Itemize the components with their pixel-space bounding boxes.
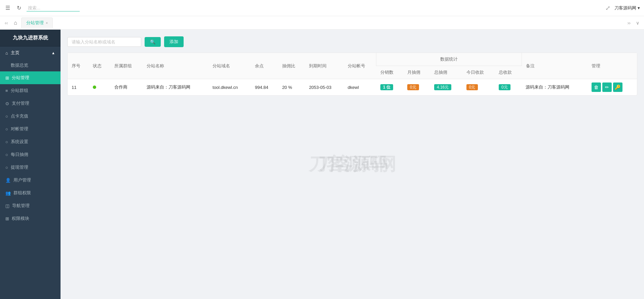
cell-monthly-commission: 0元 [403,79,430,96]
group-perms-label: 群组权限 [13,190,31,196]
user-info[interactable]: 刀客源码网 ▾ [614,5,640,11]
sidebar-item-branch-mgmt[interactable]: ⊞ 分站管理 [0,71,61,84]
withdraw-mgmt-icon: ○ [5,165,8,170]
sidebar-item-withdraw-mgmt[interactable]: ○ 提现管理 [0,161,61,174]
sidebar-item-perms-module[interactable]: ⊞ 权限模块 [0,212,61,225]
withdraw-mgmt-label: 提现管理 [11,164,28,170]
tabs-dropdown-button[interactable]: ∨ [634,19,641,27]
sidebar-item-point-recharge[interactable]: ○ 点卡充值 [0,110,61,123]
expand-button[interactable]: ⤢ [604,3,612,13]
home-arrow-icon: ▲ [51,51,55,55]
main-layout: 九块九进群系统 ⌂ 主页 ▲ 数据总览 ⊞ 分站管理 ≡ 分站群组 ⊙ 支付管理… [0,30,644,299]
refresh-icon: ↻ [17,5,21,11]
cell-actions: 🗑 ✏ 🔑 [588,79,637,96]
action-buttons: 🗑 ✏ 🔑 [592,82,633,92]
tab-close-icon[interactable]: × [46,21,48,25]
cell-commission-ratio: 20 % [278,79,305,96]
top-bar-right: ⤢ 刀客源码网 ▾ [604,3,640,13]
delete-button[interactable]: 🗑 [592,82,601,92]
tab-branch-mgmt-label: 分站管理 [26,20,44,26]
system-settings-label: 系统设置 [11,139,28,145]
top-search-area [27,5,80,11]
top-bar: ☰ ↻ ⤢ 刀客源码网 ▾ [0,0,644,16]
cell-remarks: 源码来自：刀客源码网 [522,79,588,96]
th-total-commission: 总抽佣 [430,66,462,79]
watermark-1: 刀客源码网 [309,153,396,176]
cell-account: dkewl [344,79,376,96]
home-icon: ⌂ [14,20,17,26]
cell-total-revenue: 0元 [495,79,522,96]
system-settings-icon: ○ [5,139,8,144]
expand-icon: ⤢ [605,4,610,12]
sidebar-item-user-mgmt[interactable]: 👤 用户管理 [0,174,61,187]
th-status: 状态 [89,53,110,79]
branch-group-icon: ≡ [5,88,8,93]
th-group: 所属群组 [110,53,143,79]
page-search-bar: 🔍 添加 [67,36,637,47]
sidebar-item-daily-draw[interactable]: ○ 每日抽佣 [0,148,61,161]
search-button[interactable]: 🔍 [145,37,161,47]
watermark-2: 刀客源码 [317,153,387,176]
sidebar-item-branch-group[interactable]: ≡ 分站群组 [0,84,61,97]
branch-search-input[interactable] [67,37,141,47]
content-area: 🔍 添加 序号 状态 所属群组 分站名称 分站域名 [61,30,644,102]
nav-mgmt-icon: ◫ [5,203,9,208]
cell-points: 994.84 [251,79,278,96]
refresh-button[interactable]: ↻ [15,3,23,12]
point-recharge-label: 点卡充值 [11,113,28,119]
tabs-right-controls: ›› ∨ [626,19,641,27]
user-dropdown-icon: ▾ [638,5,640,10]
th-expire: 到期时间 [305,53,344,79]
username-label: 刀客源码网 [614,5,636,11]
top-bar-left: ☰ ↻ [4,3,600,12]
tab-branch-mgmt[interactable]: 分站管理 × [21,18,53,28]
th-account: 分站帐号 [344,53,376,79]
sidebar-item-account-mgmt[interactable]: ○ 对帐管理 [0,123,61,135]
home-nav-icon: ⌂ [5,51,8,56]
branch-table: 序号 状态 所属群组 分站名称 分站域名 余点 抽佣比 到期时间 分站帐号 数据… [68,53,637,95]
cell-distributor-count: 1 位 [376,79,403,96]
payment-mgmt-icon: ⊙ [5,101,9,106]
perms-module-label: 权限模块 [12,215,29,222]
table-header-row-1: 序号 状态 所属群组 分站名称 分站域名 余点 抽佣比 到期时间 分站帐号 数据… [68,53,637,66]
user-mgmt-icon: 👤 [5,178,11,183]
sidebar-home-label: 主页 [11,50,20,56]
branch-group-label: 分站群组 [11,88,28,94]
menu-icon: ☰ [5,5,10,11]
content-wrapper: 🔍 添加 序号 状态 所属群组 分站名称 分站域名 [61,30,644,299]
cell-status [89,79,110,96]
th-distributor-count: 分销数 [376,66,403,79]
daily-draw-icon: ○ [5,152,8,157]
tabs-nav-right-button[interactable]: ›› [626,19,633,27]
total-revenue-badge: 0元 [499,84,510,90]
th-name: 分站名称 [143,53,209,79]
sidebar-item-home[interactable]: ⌂ 主页 ▲ [0,46,61,59]
point-recharge-icon: ○ [5,114,8,119]
th-domain: 分站域名 [209,53,251,79]
payment-mgmt-label: 支付管理 [12,100,29,106]
home-tab-button[interactable]: ⌂ [11,19,20,27]
sidebar-item-nav-mgmt[interactable]: ◫ 导航管理 [0,199,61,212]
sidebar-item-group-perms[interactable]: 👥 群组权限 [0,187,61,199]
add-button[interactable]: 添加 [164,36,184,47]
edit-button[interactable]: ✏ [602,82,612,92]
cell-group: 合作商 [110,79,143,96]
sidebar-item-data-overview[interactable]: 数据总览 [0,59,61,71]
cell-today-revenue: 0元 [462,79,495,96]
sidebar: 九块九进群系统 ⌂ 主页 ▲ 数据总览 ⊞ 分站管理 ≡ 分站群组 ⊙ 支付管理… [0,30,61,299]
login-button[interactable]: 🔑 [613,82,622,92]
menu-toggle-button[interactable]: ☰ [4,3,11,12]
status-dot-active [93,86,96,89]
sidebar-item-system-settings[interactable]: ○ 系统设置 [0,135,61,148]
th-stats-group: 数据统计 [376,53,522,66]
top-search-input[interactable] [28,5,78,10]
nav-mgmt-label: 导航管理 [12,203,30,209]
daily-draw-label: 每日抽佣 [11,152,28,158]
total-commission-badge: 4.16元 [434,84,451,90]
th-actions: 管理 [588,53,637,79]
sidebar-item-payment-mgmt[interactable]: ⊙ 支付管理 [0,97,61,110]
cell-expire: 2053-05-03 [305,79,344,96]
tabs-nav-left-button[interactable]: ‹‹ [3,19,10,27]
tabs-bar: ‹‹ ⌂ 分站管理 × ›› ∨ [0,16,644,30]
group-perms-icon: 👥 [5,191,11,196]
